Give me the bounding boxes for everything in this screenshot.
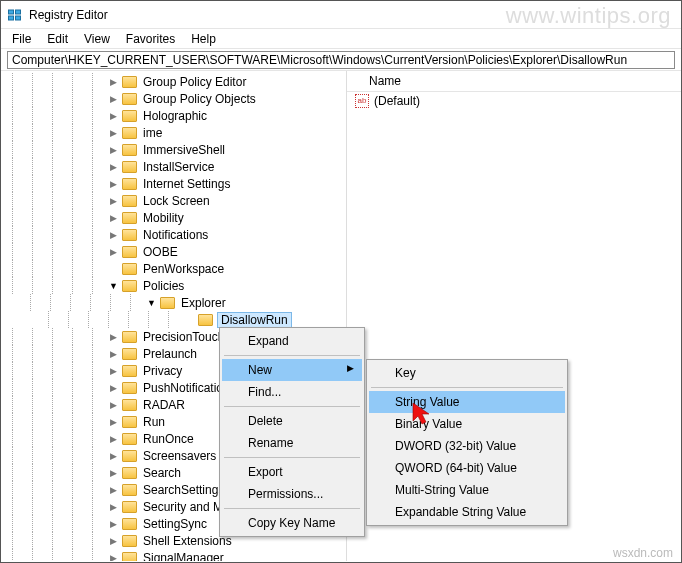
menu-item[interactable]: Multi-String Value xyxy=(369,479,565,501)
expander-icon[interactable]: ▶ xyxy=(107,160,120,173)
folder-icon xyxy=(122,331,137,343)
menu-item[interactable]: Find... xyxy=(222,381,362,403)
menu-edit[interactable]: Edit xyxy=(40,31,75,47)
menu-favorites[interactable]: Favorites xyxy=(119,31,182,47)
expander-icon[interactable]: ▶ xyxy=(107,228,120,241)
tree-item-label: Holographic xyxy=(141,109,209,123)
menu-separator xyxy=(371,387,563,388)
expander-icon[interactable]: ▶ xyxy=(107,92,120,105)
address-input[interactable] xyxy=(7,51,675,69)
folder-icon xyxy=(122,212,137,224)
tree-item[interactable]: PenWorkspace xyxy=(1,260,346,277)
tree-item[interactable]: ▶Notifications xyxy=(1,226,346,243)
expander-icon[interactable]: ▶ xyxy=(107,483,120,496)
tree-item-label: DisallowRun xyxy=(217,312,292,328)
menu-item[interactable]: QWORD (64-bit) Value xyxy=(369,457,565,479)
menu-item[interactable]: Key xyxy=(369,362,565,384)
expander-icon[interactable] xyxy=(107,262,120,275)
expander-icon[interactable] xyxy=(183,313,196,326)
menu-item[interactable]: DWORD (32-bit) Value xyxy=(369,435,565,457)
menu-item[interactable]: New xyxy=(222,359,362,381)
context-menu-key[interactable]: ExpandNewFind...DeleteRenameExportPermis… xyxy=(219,327,365,537)
expander-icon[interactable]: ▶ xyxy=(107,330,120,343)
tree-item[interactable]: ▼Explorer xyxy=(1,294,346,311)
context-menu-new[interactable]: KeyString ValueBinary ValueDWORD (32-bit… xyxy=(366,359,568,526)
tree-item[interactable]: DisallowRun xyxy=(1,311,346,328)
menu-view[interactable]: View xyxy=(77,31,117,47)
tree-item[interactable]: ▶InstallService xyxy=(1,158,346,175)
expander-icon[interactable]: ▶ xyxy=(107,466,120,479)
tree-item[interactable]: ▶Mobility xyxy=(1,209,346,226)
tree-item-label: SearchSettings xyxy=(141,483,226,497)
folder-icon xyxy=(122,127,137,139)
menu-item[interactable]: Expandable String Value xyxy=(369,501,565,523)
tree-item-label: RunOnce xyxy=(141,432,196,446)
string-value-icon: ab xyxy=(355,94,369,108)
expander-icon[interactable]: ▶ xyxy=(107,534,120,547)
menu-item[interactable]: Permissions... xyxy=(222,483,362,505)
expander-icon[interactable]: ▶ xyxy=(107,432,120,445)
expander-icon[interactable]: ▶ xyxy=(107,449,120,462)
expander-icon[interactable]: ▶ xyxy=(107,109,120,122)
tree-item-label: Group Policy Objects xyxy=(141,92,258,106)
menu-item[interactable]: Expand xyxy=(222,330,362,352)
folder-icon xyxy=(122,76,137,88)
expander-icon[interactable]: ▶ xyxy=(107,194,120,207)
expander-icon[interactable]: ▶ xyxy=(107,126,120,139)
tree-item-label: PenWorkspace xyxy=(141,262,226,276)
menu-item[interactable]: Binary Value xyxy=(369,413,565,435)
tree-item[interactable]: ▶ImmersiveShell xyxy=(1,141,346,158)
tree-item[interactable]: ▶Lock Screen xyxy=(1,192,346,209)
expander-icon[interactable]: ▶ xyxy=(107,143,120,156)
expander-icon[interactable]: ▶ xyxy=(107,245,120,258)
expander-icon[interactable]: ▶ xyxy=(107,75,120,88)
expander-icon[interactable]: ▶ xyxy=(107,177,120,190)
app-icon xyxy=(7,7,23,23)
tree-item[interactable]: ▼Policies xyxy=(1,277,346,294)
expander-icon[interactable]: ▶ xyxy=(107,381,120,394)
tree-item[interactable]: ▶Group Policy Editor xyxy=(1,73,346,90)
tree-item[interactable]: ▶Internet Settings xyxy=(1,175,346,192)
folder-icon xyxy=(122,263,137,275)
tree-item-label: Privacy xyxy=(141,364,184,378)
expander-icon[interactable]: ▼ xyxy=(107,279,120,292)
tree-item[interactable]: ▶SignalManager xyxy=(1,549,346,561)
menu-help[interactable]: Help xyxy=(184,31,223,47)
expander-icon[interactable]: ▶ xyxy=(107,415,120,428)
expander-icon[interactable]: ▶ xyxy=(107,364,120,377)
menu-item[interactable]: Copy Key Name xyxy=(222,512,362,534)
menu-separator xyxy=(224,457,360,458)
tree-item-label: Policies xyxy=(141,279,186,293)
menu-separator xyxy=(224,508,360,509)
tree-item[interactable]: ▶Group Policy Objects xyxy=(1,90,346,107)
folder-icon xyxy=(122,93,137,105)
tree-item-label: SettingSync xyxy=(141,517,209,531)
tree-item[interactable]: ▶ime xyxy=(1,124,346,141)
menu-item[interactable]: Export xyxy=(222,461,362,483)
expander-icon[interactable]: ▶ xyxy=(107,517,120,530)
svg-rect-0 xyxy=(9,10,14,14)
menu-item[interactable]: Rename xyxy=(222,432,362,454)
window-title: Registry Editor xyxy=(29,8,108,22)
expander-icon[interactable]: ▶ xyxy=(107,398,120,411)
tree-item[interactable]: ▶Holographic xyxy=(1,107,346,124)
list-header-name[interactable]: Name xyxy=(347,71,681,92)
folder-icon xyxy=(122,229,137,241)
expander-icon[interactable]: ▶ xyxy=(107,551,120,561)
list-row[interactable]: ab (Default) xyxy=(347,92,681,110)
expander-icon[interactable]: ▶ xyxy=(107,347,120,360)
tree-item[interactable]: ▶OOBE xyxy=(1,243,346,260)
folder-icon xyxy=(122,484,137,496)
tree-item-label: RADAR xyxy=(141,398,187,412)
tree-item-label: OOBE xyxy=(141,245,180,259)
expander-icon[interactable]: ▼ xyxy=(145,296,158,309)
folder-icon xyxy=(122,433,137,445)
menu-file[interactable]: File xyxy=(5,31,38,47)
folder-icon xyxy=(122,467,137,479)
folder-icon xyxy=(122,416,137,428)
expander-icon[interactable]: ▶ xyxy=(107,500,120,513)
menu-item[interactable]: String Value xyxy=(369,391,565,413)
folder-icon xyxy=(122,178,137,190)
expander-icon[interactable]: ▶ xyxy=(107,211,120,224)
menu-item[interactable]: Delete xyxy=(222,410,362,432)
